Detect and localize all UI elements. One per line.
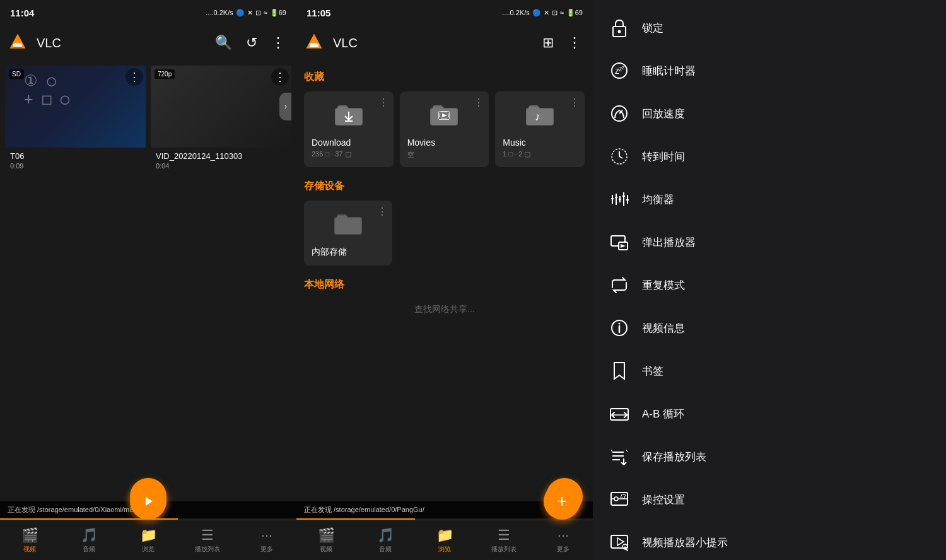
- grid-icon-right[interactable]: ⊞: [539, 31, 558, 55]
- nav-playlist-left[interactable]: ☰ 播放列表: [178, 527, 237, 554]
- nav-audio-icon-right: 🎵: [377, 527, 394, 544]
- video-menu-vid[interactable]: ⋮: [271, 68, 289, 86]
- folder-download-name: Download: [312, 137, 386, 148]
- search-icon-left[interactable]: 🔍: [211, 31, 236, 55]
- more-icon-right[interactable]: ⋮: [564, 31, 585, 55]
- favorites-grid: Download 236 □ · 37 ▢ ⋮: [304, 91, 585, 167]
- play-fab-left[interactable]: [130, 483, 166, 520]
- menu-label-controls: 操控设置: [642, 493, 685, 507]
- svg-rect-16: [447, 117, 449, 119]
- svg-text:♪: ♪: [535, 110, 540, 123]
- nav-video-right[interactable]: 🎬 视频: [296, 527, 356, 554]
- abloop-icon-wrapper: [608, 402, 631, 425]
- nav-more-right[interactable]: ··· 更多: [534, 527, 593, 554]
- folder-movies-menu[interactable]: ⋮: [474, 96, 484, 108]
- svg-point-44: [619, 323, 621, 325]
- folder-download[interactable]: Download 236 □ · 37 ▢ ⋮: [304, 91, 394, 167]
- folder-movies[interactable]: Movies 空 ⋮: [400, 91, 489, 167]
- status-icons-right: ....0.2K/s 🔵 ✕ ⊡ ≈ 🔋69: [502, 9, 583, 17]
- menu-item-tips[interactable]: 视频播放器小提示: [593, 521, 946, 560]
- status-bar-right: 11:05 ....0.2K/s 🔵 ✕ ⊡ ≈ 🔋69: [296, 0, 593, 25]
- menu-label-save-playlist: 保存播放列表: [642, 450, 706, 464]
- add-fab-right[interactable]: +: [544, 483, 580, 520]
- menu-item-time[interactable]: 转到时间: [593, 135, 946, 178]
- nav-audio-left[interactable]: 🎵 音频: [59, 527, 119, 554]
- menu-item-repeat[interactable]: 重复模式: [593, 264, 946, 306]
- menu-item-sleep[interactable]: z z z 睡眠计时器: [593, 49, 946, 92]
- nav-playlist-label-right: 播放列表: [491, 545, 517, 554]
- menu-label-bookmark: 书签: [642, 364, 663, 378]
- menu-label-abloop: A-B 循环: [642, 407, 684, 421]
- nav-video-icon-left: 🎬: [21, 527, 38, 544]
- controls-icon-wrapper: [608, 488, 631, 511]
- eq-icon-wrapper: [608, 188, 631, 211]
- menu-item-eq[interactable]: 均衡器: [593, 178, 946, 221]
- video-name-vid: VID_20220124_110303: [156, 151, 286, 161]
- video-name-t06: T06: [10, 151, 141, 161]
- menu-item-info[interactable]: 视频信息: [593, 306, 946, 349]
- menu-label-lock: 锁定: [642, 21, 663, 35]
- svg-rect-35: [615, 197, 617, 198]
- nav-video-left[interactable]: 🎬 视频: [0, 527, 59, 554]
- svg-line-54: [626, 450, 628, 452]
- more-icon-left[interactable]: ⋮: [267, 31, 289, 55]
- chevron-icon[interactable]: ›: [279, 93, 291, 120]
- svg-marker-5: [146, 497, 153, 506]
- status-bar-left: 11:04 ....0.2K/s 🔵 ✕ ⊡ ≈ 🔋69: [0, 0, 296, 25]
- svg-marker-60: [617, 538, 624, 545]
- time-icon-wrapper: [608, 145, 631, 168]
- history-icon-left[interactable]: ↺: [242, 31, 261, 55]
- folder-music-name: Music: [503, 137, 577, 148]
- speed-icon-wrapper: [608, 102, 631, 125]
- nav-audio-label-right: 音频: [379, 545, 392, 554]
- video-menu-t06[interactable]: ⋮: [126, 68, 143, 86]
- nav-audio-label-left: 音频: [83, 545, 95, 554]
- folder-download-menu[interactable]: ⋮: [378, 96, 388, 108]
- menu-item-abloop[interactable]: A-B 循环: [593, 392, 946, 435]
- menu-label-info: 视频信息: [642, 321, 685, 335]
- nav-more-icon-left: ···: [261, 527, 272, 544]
- video-item-t06[interactable]: SD ① ○ + □ ○ ⋮ T06 0:09: [5, 66, 146, 173]
- video-item-vid[interactable]: 720p ⋮ › VID_20220124_110303 0:04: [151, 66, 291, 173]
- nav-audio-right[interactable]: 🎵 音频: [356, 527, 415, 554]
- nav-browse-icon-left: 📁: [140, 527, 157, 544]
- menu-item-lock[interactable]: 锁定: [593, 6, 946, 49]
- menu-item-popup[interactable]: 弹出播放器: [593, 221, 946, 264]
- menu-panel: 锁定 z z z 睡眠计时器 回放速度: [593, 0, 946, 560]
- bottom-nav-left: 🎬 视频 🎵 音频 📁 浏览 ☰ 播放列表 ··· 更多: [0, 520, 296, 560]
- menu-item-speed[interactable]: 回放速度: [593, 92, 946, 135]
- folder-music-menu[interactable]: ⋮: [569, 96, 580, 108]
- right-panel: 11:05 ....0.2K/s 🔵 ✕ ⊡ ≈ 🔋69 VLC ⊞ ⋮ 收藏: [296, 0, 593, 560]
- nav-browse-label-left: 浏览: [142, 545, 155, 554]
- nav-more-left[interactable]: ··· 更多: [237, 527, 296, 554]
- vlc-logo-left: [8, 32, 30, 54]
- bookmark-icon-wrapper: [608, 359, 631, 382]
- lock-icon-wrapper: [608, 16, 631, 39]
- folder-music[interactable]: ♪ Music 1 □ · 2 ▢ ⋮: [495, 91, 585, 167]
- svg-rect-15: [439, 117, 441, 119]
- vlc-logo-right: [304, 32, 327, 54]
- menu-item-save-playlist[interactable]: 保存播放列表: [593, 435, 946, 478]
- storage-title: 存储设备: [304, 180, 585, 193]
- menu-item-controls[interactable]: 操控设置: [593, 478, 946, 521]
- storage-menu[interactable]: ⋮: [377, 206, 387, 218]
- popup-icon-wrapper: [608, 231, 631, 254]
- menu-item-bookmark[interactable]: 书签: [593, 349, 946, 392]
- status-icons-left: ....0.2K/s 🔵 ✕ ⊡ ≈ 🔋69: [206, 9, 286, 17]
- network-search-text: 查找网络共享...: [304, 304, 585, 315]
- svg-rect-59: [611, 535, 628, 548]
- svg-rect-36: [619, 199, 621, 200]
- nav-browse-right[interactable]: 📁 浏览: [415, 527, 474, 554]
- menu-label-eq: 均衡器: [642, 192, 674, 207]
- app-title-right: VLC: [333, 36, 532, 50]
- storage-name: 内部存储: [312, 247, 385, 258]
- nav-browse-left[interactable]: 📁 浏览: [119, 527, 178, 554]
- nav-playlist-right[interactable]: ☰ 播放列表: [474, 527, 534, 554]
- app-title-left: VLC: [37, 36, 205, 50]
- video-badge-sd: SD: [9, 69, 24, 79]
- svg-rect-14: [447, 112, 449, 114]
- storage-internal[interactable]: 内部存储 ⋮: [304, 201, 392, 265]
- nav-browse-icon-right: 📁: [436, 527, 453, 544]
- browse-header: VLC ⊞ ⋮: [296, 25, 593, 61]
- fab-left-wrapper: [130, 483, 166, 520]
